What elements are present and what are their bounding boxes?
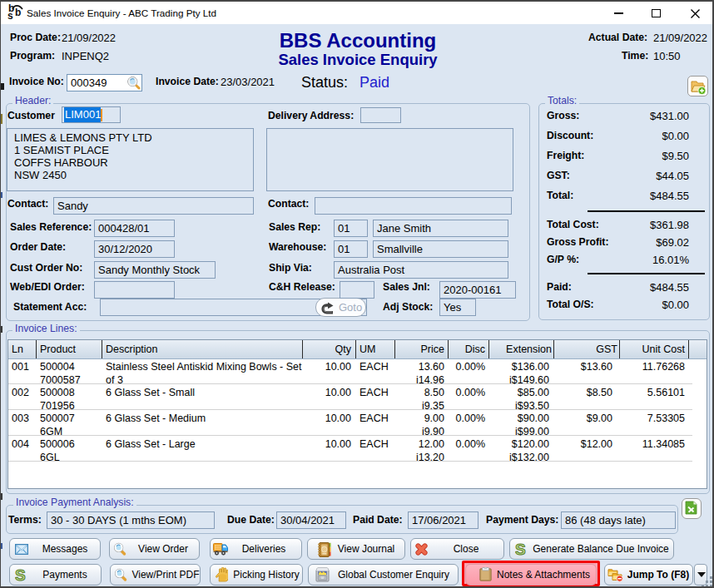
svg-text:S: S (15, 567, 26, 583)
svg-text:S: S (515, 541, 526, 557)
